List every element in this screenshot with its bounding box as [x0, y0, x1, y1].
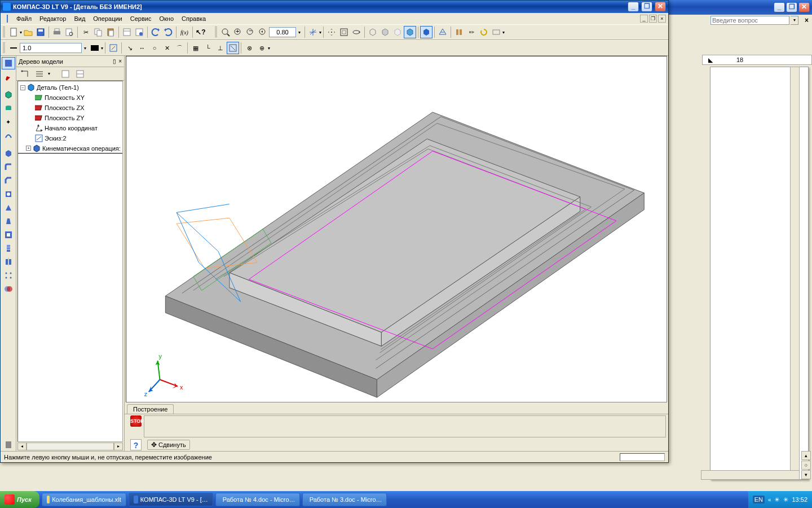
tree-kinematic-op[interactable]: + Кинематическая операция:	[18, 143, 122, 154]
outer-minimize-button[interactable]: _	[774, 2, 785, 12]
tree-root-item[interactable]: − Деталь (Тел-1)	[18, 82, 122, 93]
panel-pin-icon[interactable]: ▯	[113, 59, 116, 64]
redo-button[interactable]	[162, 26, 174, 38]
ortho-button[interactable]: ⊥	[214, 42, 227, 54]
tree-plane-zy[interactable]: Плоскость ZY	[18, 113, 122, 123]
perspective-button[interactable]	[436, 26, 449, 38]
round-button[interactable]	[227, 42, 239, 54]
chamfer-button[interactable]	[2, 174, 15, 187]
tree-origin[interactable]: Начало координат	[18, 123, 122, 133]
zoom-out-button[interactable]: −	[244, 26, 257, 38]
new-document-button[interactable]	[7, 26, 20, 38]
variables-button[interactable]: f(x)	[178, 26, 191, 38]
hybrid-button[interactable]: ✦	[2, 116, 15, 128]
prev-page-icon[interactable]: ▴	[801, 451, 811, 460]
save-button[interactable]	[34, 26, 47, 38]
zoom-in-button[interactable]: +	[232, 26, 244, 38]
outer-close-button[interactable]: ✕	[798, 2, 810, 12]
next-page-icon[interactable]: ▾	[801, 470, 811, 479]
revolve-button[interactable]	[2, 102, 15, 115]
hidden-lines-removed-button[interactable]	[379, 26, 391, 38]
toolbar-overflow-icon[interactable]: ▾	[502, 30, 505, 35]
mirror-button[interactable]	[2, 256, 15, 268]
tree-display-button[interactable]	[33, 68, 46, 80]
kompas-minimize-button[interactable]: _	[628, 2, 639, 12]
sketch-button[interactable]	[107, 42, 120, 54]
snap-intersect-button[interactable]: ✕	[161, 42, 173, 54]
scale-dropdown-icon[interactable]: ▾	[82, 46, 89, 51]
mdi-minimize-button[interactable]: _	[640, 15, 648, 23]
stop-button[interactable]: STOP	[130, 415, 142, 427]
menu-service[interactable]: Сервис	[127, 14, 155, 23]
constraints-button[interactable]: ⊕	[255, 42, 268, 54]
fillet-button[interactable]	[2, 161, 15, 173]
grid-button[interactable]: ▦	[189, 42, 202, 54]
kompas-restore-button[interactable]: ❐	[641, 2, 652, 12]
hole-button[interactable]	[2, 188, 15, 200]
local-cs-button[interactable]: └	[202, 42, 214, 54]
tray-expand-icon[interactable]: «	[768, 497, 771, 503]
properties-button[interactable]	[121, 26, 133, 38]
pan-command-button[interactable]: ✥ Сдвинуть	[147, 440, 190, 450]
boolean-button[interactable]	[2, 283, 15, 295]
toolbar-grip-2[interactable]	[215, 27, 217, 38]
tree-plane-zx[interactable]: Плоскость ZX	[18, 103, 122, 113]
message-area[interactable]	[144, 415, 666, 437]
model-tree[interactable]: − Деталь (Тел-1) Плоскость XY Плоскость …	[17, 81, 123, 442]
tree-build-button[interactable]	[19, 68, 31, 80]
expand-toggle-icon[interactable]: +	[26, 146, 31, 151]
menu-window[interactable]: Окно	[156, 14, 177, 23]
scroll-left-icon[interactable]: ◂	[17, 443, 27, 450]
tree-sketch[interactable]: Эскиз:2	[18, 133, 122, 143]
outer-scrollbar-horizontal[interactable]	[701, 470, 800, 480]
start-button[interactable]: Пуск	[0, 491, 39, 508]
copy-button[interactable]	[92, 26, 104, 38]
parametric-button[interactable]: ⊗	[243, 42, 255, 54]
hidden-lines-thin-button[interactable]	[391, 26, 404, 38]
thread-button[interactable]	[2, 242, 15, 255]
palette-collapse-button[interactable]	[2, 439, 15, 451]
taskbar-item-2[interactable]: Работа № 4.doc - Micro…	[215, 493, 300, 506]
toolbar-grip-3[interactable]	[3, 42, 5, 54]
snap-center-button[interactable]: ○	[148, 42, 161, 54]
wireframe-button[interactable]	[367, 26, 379, 38]
zoom-window-button[interactable]	[219, 26, 232, 38]
menu-file[interactable]: Файл	[13, 14, 35, 23]
mdi-restore-button[interactable]: ❐	[649, 15, 657, 23]
rebuild-button[interactable]	[453, 26, 465, 38]
highlight-button[interactable]: ✏	[465, 26, 478, 38]
system-menu-icon[interactable]	[3, 12, 12, 25]
undo-button[interactable]	[149, 26, 162, 38]
3d-viewport[interactable]: x y z	[126, 56, 667, 402]
line-style-button[interactable]	[7, 42, 20, 54]
color-dropdown-icon[interactable]: ▾	[101, 46, 103, 51]
taskbar-item-1[interactable]: КОМПАС-3D LT V9 - […	[129, 493, 213, 506]
zoom-previous-button[interactable]	[257, 26, 269, 38]
build-tab[interactable]: Построение	[127, 404, 174, 414]
taskbar-item-3[interactable]: Работа № 3.doc - Micro…	[302, 493, 387, 506]
tray-icon-2[interactable]: ✳	[783, 496, 788, 503]
menu-editor[interactable]: Редактор	[36, 14, 69, 23]
toolbar2-overflow-icon[interactable]: ▾	[268, 46, 270, 51]
paste-button[interactable]	[104, 26, 117, 38]
print-button[interactable]	[51, 26, 63, 38]
zoom-scale-input[interactable]	[269, 27, 296, 37]
zoom-fit-button[interactable]	[338, 26, 350, 38]
panel-close-icon[interactable]: ×	[118, 59, 122, 64]
scroll-right-icon[interactable]: ▸	[114, 443, 123, 450]
help-dropdown-icon[interactable]: ▾	[791, 16, 798, 25]
ruler-tab-marker[interactable]: ◣	[708, 56, 713, 64]
tree-display-dropdown-icon[interactable]: ▾	[48, 71, 50, 76]
open-button[interactable]	[22, 26, 34, 38]
tree-plane-xy[interactable]: Плоскость XY	[18, 93, 122, 103]
geometry-mode-button[interactable]	[2, 57, 15, 69]
extrude-button[interactable]	[2, 89, 15, 101]
toolbar-grip[interactable]	[3, 27, 5, 38]
snap-mid-button[interactable]: ↔	[136, 42, 148, 54]
cut-button[interactable]: ✂	[80, 26, 92, 38]
sweep-button[interactable]	[2, 129, 15, 142]
outer-restore-button[interactable]: ❐	[786, 2, 797, 12]
snap-end-button[interactable]: ↘	[123, 42, 136, 54]
edit-mode-button[interactable]	[2, 71, 15, 83]
rib-button[interactable]	[2, 202, 15, 214]
